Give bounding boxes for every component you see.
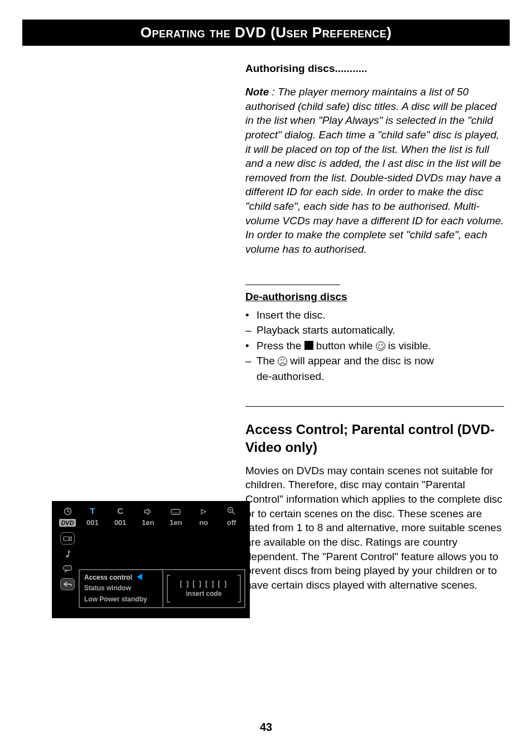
camera-icon (60, 532, 75, 545)
divider (245, 285, 340, 285)
svg-rect-9 (64, 537, 69, 541)
speech-icon (60, 564, 75, 574)
smile-icon (376, 341, 385, 351)
step-text: will appear and the disc is now (287, 355, 434, 367)
code-placeholder: [ ] [ ] [ ] [ ] (180, 580, 228, 588)
step-text: is visible. (385, 340, 431, 351)
menu-item: Access control (84, 574, 132, 581)
heading-authorising: Authorising discs........... (245, 62, 504, 75)
note-body: : The player memory maintains a list of … (245, 86, 504, 255)
step-text: de-authorised. (257, 370, 324, 382)
svg-point-10 (66, 555, 69, 557)
note-block: Note : The player memory maintains a lis… (245, 85, 504, 257)
osd-value: off (217, 518, 245, 527)
step-text: The (257, 355, 278, 367)
stop-icon (304, 341, 313, 350)
access-control-body: Movies on DVDs may contain scenes not su… (245, 464, 504, 593)
osd-value: 001 (79, 518, 107, 527)
osd-value: no (190, 518, 217, 527)
bullet: • (245, 338, 257, 354)
step-text: Press the (257, 340, 304, 351)
sad-icon (278, 357, 287, 366)
note-icon (60, 549, 75, 559)
subtitle-icon (162, 505, 190, 515)
zoom-icon (217, 505, 245, 516)
clock-icon (56, 505, 79, 516)
menu-item: Status window (84, 583, 162, 594)
dvd-logo: DVD (56, 518, 79, 527)
page-title-banner: Operating the DVD (User Preference) (22, 20, 510, 46)
chapter-icon: C (107, 506, 134, 516)
angle-icon (190, 505, 217, 515)
section-divider (245, 406, 504, 407)
bullet: – (245, 353, 257, 384)
arrow-left-icon (137, 574, 142, 580)
step-text: Insert the disc. (257, 309, 326, 321)
step-text: button while (313, 340, 376, 351)
bullet: • (245, 307, 257, 323)
page-number: 43 (0, 721, 532, 734)
bullet: – (245, 322, 257, 338)
step-list: •Insert the disc. –Playback starts autom… (245, 307, 504, 384)
osd-value: 1en (134, 518, 162, 527)
svg-rect-3 (171, 509, 180, 514)
code-label: insert code (186, 590, 221, 598)
osd-submenu: Access control Status window Low Power s… (79, 569, 245, 608)
svg-line-2 (67, 511, 70, 512)
audio-icon (134, 505, 162, 515)
step-text: Playback starts automatically. (257, 324, 395, 336)
osd-value: 001 (107, 518, 134, 527)
osd-value: 1en (162, 518, 190, 527)
note-label: Note (245, 86, 269, 98)
return-icon (60, 578, 75, 590)
menu-item: Low Power standby (84, 594, 162, 605)
svg-line-6 (233, 512, 235, 515)
heading-deauthorising: De-authorisng discs (245, 291, 347, 303)
heading-access-control: Access Control; Parental control (DVD-Vi… (245, 421, 504, 455)
osd-menu-graphic: T C DVD 001 001 1en 1en no off (52, 501, 250, 618)
title-icon: T (79, 506, 107, 516)
